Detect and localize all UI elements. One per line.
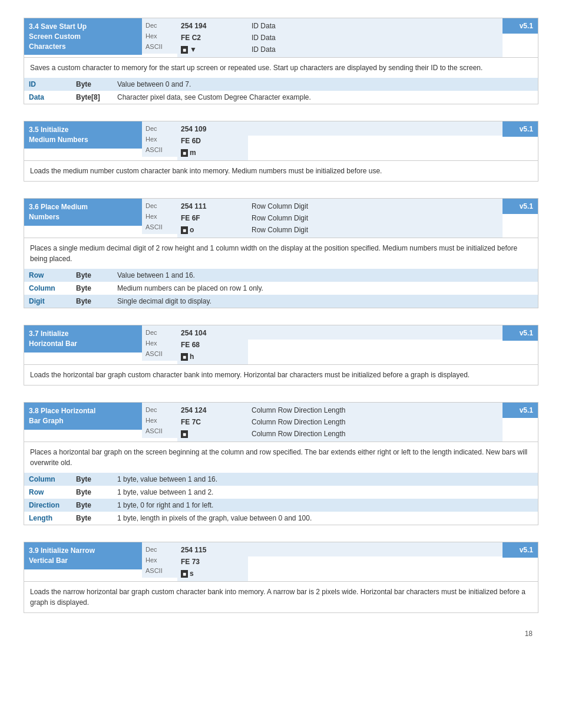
param-line-2: Column Row Direction Length [252, 429, 499, 439]
param-line-1: Column Row Direction Length [252, 417, 499, 427]
param-line-0 [252, 328, 499, 330]
param-type-cell: Byte [71, 499, 113, 512]
section-header-3-6: 3.6 Place Medium NumbersDecHexASCII254 1… [24, 199, 538, 238]
ascii-value: ■▼ [181, 44, 244, 55]
section-3-8: 3.8 Place Horizontal Bar GraphDecHexASCI… [24, 402, 538, 525]
params-col-3-7 [248, 325, 503, 340]
param-line-0: Column Row Direction Length [252, 405, 499, 416]
table-row: LengthByte1 byte, length in pixels of th… [24, 512, 538, 525]
section-desc-3-4: Saves a custom character to memory for t… [24, 57, 538, 78]
dec-value: 254 115 [181, 545, 244, 555]
param-line-0 [252, 124, 499, 126]
param-name-cell: Column [24, 282, 71, 295]
section-header-3-5: 3.5 Initialize Medium NumbersDecHexASCII… [24, 121, 538, 160]
label-ascii: ASCII [146, 349, 174, 358]
section-3-4: 3.4 Save Start Up Screen Custom Characte… [24, 18, 538, 104]
section-title-3-5: 3.5 Initialize Medium Numbers [24, 121, 142, 149]
label-col-3-4: DecHexASCII [142, 18, 177, 54]
label-dec: Dec [146, 545, 174, 554]
dec-value: 254 104 [181, 328, 244, 338]
label-col-3-5: DecHexASCII [142, 121, 177, 157]
param-type-cell: Byte [71, 269, 113, 282]
params-col-3-9 [248, 542, 503, 556]
params-col-3-8: Column Row Direction LengthColumn Row Di… [248, 403, 503, 442]
label-col-3-8: DecHexASCII [142, 403, 177, 438]
param-line-2: ID Data [252, 44, 499, 55]
label-hex: Hex [146, 212, 174, 221]
section-header-3-9: 3.9 Initialize Narrow Vertical BarDecHex… [24, 542, 538, 581]
label-ascii: ASCII [146, 42, 174, 51]
section-title-3-8: 3.8 Place Horizontal Bar Graph [24, 403, 142, 430]
section-header-3-4: 3.4 Save Start Up Screen Custom Characte… [24, 18, 538, 57]
param-line-2 [252, 131, 499, 133]
param-table-3-4: IDByteValue between 0 and 7.DataByte[8]C… [24, 78, 538, 104]
param-table-3-6: RowByteValue between 1 and 16.ColumnByte… [24, 269, 538, 308]
section-title-3-7: 3.7 Initialize Horizontal Bar [24, 325, 142, 353]
label-ascii: ASCII [146, 222, 174, 232]
label-dec: Dec [146, 405, 174, 414]
version-badge-3-4: v5.1 [503, 18, 538, 34]
section-header-3-8: 3.8 Place Horizontal Bar GraphDecHexASCI… [24, 403, 538, 442]
ascii-value: ■o [181, 225, 244, 235]
label-ascii: ASCII [146, 426, 174, 436]
version-badge-3-8: v5.1 [503, 403, 538, 418]
param-line-0: Row Column Digit [252, 201, 499, 212]
value-col-3-7: 254 104FE 68■h [177, 325, 248, 364]
table-row: IDByteValue between 0 and 7. [24, 78, 538, 91]
section-title-3-4: 3.4 Save Start Up Screen Custom Characte… [24, 18, 142, 55]
param-type-cell: Byte [71, 486, 113, 499]
section-desc-3-9: Loads the narrow horizontal bar graph cu… [24, 581, 538, 612]
param-line-2 [252, 552, 499, 554]
hex-value: FE 7C [181, 417, 244, 427]
table-row: DigitByteSingle decimal digit to display… [24, 295, 538, 308]
table-row: DataByte[8]Character pixel data, see Cus… [24, 91, 538, 104]
version-badge-3-6: v5.1 [503, 199, 538, 214]
param-line-1: Row Column Digit [252, 213, 499, 223]
value-col-3-5: 254 109FE 6D■m [177, 121, 248, 160]
param-line-2: Row Column Digit [252, 225, 499, 235]
param-name-cell: Column [24, 473, 71, 486]
param-type-cell: Byte [71, 295, 113, 308]
dec-value: 254 194 [181, 21, 244, 31]
param-type-cell: Byte [71, 512, 113, 525]
hex-value: FE 6D [181, 136, 244, 146]
label-dec: Dec [146, 124, 174, 133]
label-col-3-7: DecHexASCII [142, 325, 177, 361]
version-badge-3-5: v5.1 [503, 121, 538, 137]
label-ascii: ASCII [146, 145, 174, 154]
param-line-2 [252, 335, 499, 337]
label-col-3-6: DecHexASCII [142, 199, 177, 234]
table-row: ColumnByte1 byte, value between 1 and 16… [24, 473, 538, 486]
value-col-3-8: 254 124FE 7C■ [177, 403, 248, 442]
param-name-cell: Digit [24, 295, 71, 308]
label-dec: Dec [146, 21, 174, 30]
value-col-3-9: 254 115FE 73■s [177, 542, 248, 581]
param-line-1 [252, 127, 499, 130]
label-hex: Hex [146, 134, 174, 144]
table-row: RowByteValue between 1 and 16. [24, 269, 538, 282]
param-desc-cell: Character pixel data, see Custom Degree … [113, 91, 538, 104]
label-ascii: ASCII [146, 566, 174, 575]
ascii-value: ■s [181, 568, 244, 579]
param-desc-cell: Medium numbers can be placed on row 1 on… [113, 282, 538, 295]
section-desc-3-8: Places a horizontal bar graph on the scr… [24, 442, 538, 473]
page-number: 18 [24, 630, 538, 638]
table-row: DirectionByte1 byte, 0 for right and 1 f… [24, 499, 538, 512]
section-title-3-9: 3.9 Initialize Narrow Vertical Bar [24, 542, 142, 569]
dec-value: 254 111 [181, 201, 244, 212]
param-line-1 [252, 331, 499, 334]
label-hex: Hex [146, 31, 174, 41]
hex-value: FE 73 [181, 556, 244, 567]
param-desc-cell: 1 byte, value between 1 and 16. [113, 473, 538, 486]
ascii-value: ■ [181, 429, 244, 439]
version-badge-3-7: v5.1 [503, 325, 538, 341]
section-3-9: 3.9 Initialize Narrow Vertical BarDecHex… [24, 542, 538, 613]
value-col-3-6: 254 111FE 6F■o [177, 199, 248, 238]
dec-value: 254 109 [181, 124, 244, 134]
ascii-value: ■h [181, 351, 244, 362]
hex-value: FE 6F [181, 213, 244, 223]
app-container: 3.4 Save Start Up Screen Custom Characte… [24, 18, 538, 638]
label-dec: Dec [146, 328, 174, 337]
section-title-3-6: 3.6 Place Medium Numbers [24, 199, 142, 226]
params-col-3-4: ID DataID DataID Data [248, 18, 503, 57]
